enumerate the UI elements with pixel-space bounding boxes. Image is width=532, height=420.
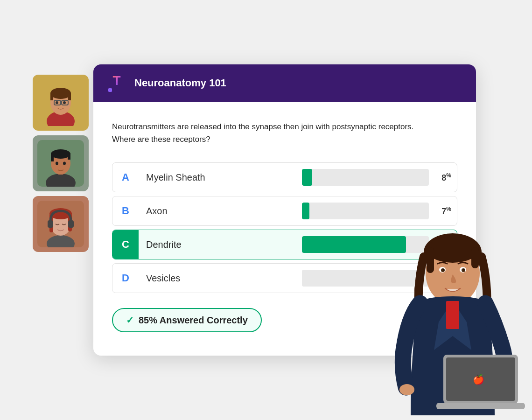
svg-point-44: [495, 374, 511, 385]
answer-row-c[interactable]: C Dendrite: [112, 230, 457, 259]
answer-row-b[interactable]: B Axon 7%: [112, 196, 457, 226]
answer-pct-a: 8%: [433, 172, 457, 183]
svg-rect-28: [48, 220, 53, 228]
bar-track-a: [302, 169, 429, 186]
bar-area-c: [302, 236, 433, 253]
bar-area-a: [302, 169, 433, 186]
svg-point-4: [50, 88, 71, 99]
result-badge-text: 85% Answered Correctly: [139, 315, 248, 326]
bar-fill-b: [302, 203, 309, 219]
answer-letter-a: A: [112, 171, 139, 183]
avatars-sidebar: [33, 75, 89, 252]
svg-rect-45: [443, 355, 518, 404]
answer-label-d: Vesicles: [139, 273, 302, 284]
avatar-2-image: [37, 140, 84, 187]
answer-pct-b: 7%: [433, 206, 457, 217]
logo-icon: T: [106, 73, 127, 93]
scene: T Neuroanatomy 101 Neurotransmitters are…: [33, 19, 499, 401]
avatar-3-image: [37, 201, 84, 247]
bar-fill-c: [302, 236, 406, 253]
svg-point-43: [399, 384, 414, 395]
bar-area-d: [302, 270, 433, 287]
answer-row-a[interactable]: A Myelin Sheath 8%: [112, 162, 457, 192]
svg-point-8: [63, 101, 66, 104]
avatar-1-image: [37, 79, 84, 126]
answer-row-d[interactable]: D Vesicles: [112, 263, 457, 293]
check-icon: ✓: [126, 315, 134, 326]
svg-point-16: [51, 149, 70, 159]
answer-label-b: Axon: [139, 206, 302, 217]
answers-list: A Myelin Sheath 8% B Axon: [112, 162, 457, 293]
answer-label-c: Dendrite: [139, 239, 302, 250]
bar-track-d: [302, 270, 429, 287]
svg-rect-6: [68, 93, 71, 100]
svg-point-7: [56, 101, 58, 104]
svg-point-20: [63, 162, 66, 165]
svg-rect-5: [50, 93, 53, 100]
avatar-2: [33, 135, 89, 191]
svg-rect-48: [436, 403, 525, 409]
svg-point-19: [56, 162, 58, 165]
svg-rect-29: [68, 220, 74, 228]
svg-rect-46: [446, 357, 515, 401]
card-header: T Neuroanatomy 101: [93, 64, 476, 102]
question-text: Neurotransmitters are released into the …: [112, 120, 429, 146]
card-body: Neurotransmitters are released into the …: [93, 102, 476, 356]
bar-fill-a: [302, 169, 312, 186]
logo-dot: [108, 88, 112, 92]
logo-letter: T: [112, 74, 120, 87]
app-title: Neuroanatomy 101: [134, 77, 226, 89]
main-card: T Neuroanatomy 101 Neurotransmitters are…: [93, 64, 476, 356]
bar-track-c: [302, 236, 429, 253]
result-badge: ✓ 85% Answered Correctly: [112, 308, 262, 332]
avatar-3: [33, 196, 89, 252]
svg-rect-18: [68, 153, 70, 160]
answer-label-a: Myelin Sheath: [139, 172, 302, 183]
avatar-1: [33, 75, 89, 131]
svg-text:🍎: 🍎: [473, 374, 484, 385]
answer-letter-b: B: [112, 205, 139, 217]
bar-area-b: [302, 203, 433, 219]
svg-rect-17: [51, 153, 54, 161]
bar-track-b: [302, 203, 429, 219]
answer-letter-d: D: [112, 272, 139, 284]
answer-letter-c: C: [112, 230, 139, 259]
